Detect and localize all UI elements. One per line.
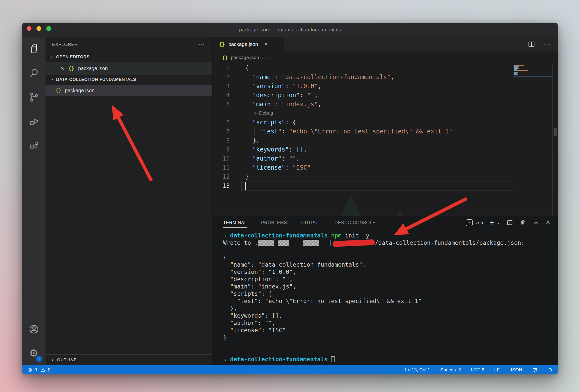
account-button[interactable] [22,317,46,341]
code-line: 8 }, [213,136,558,145]
line-number: 10 [213,154,232,163]
line-number: 7 [213,127,232,136]
feedback-icon[interactable] [532,367,537,373]
code-line: 2 "name": "data-collection-fundamentals"… [213,73,558,82]
split-terminal-icon[interactable] [507,219,513,226]
error-icon [27,367,32,373]
tab-package-json[interactable]: {} package.json ✕ [213,37,284,52]
open-editor-label: package.json [78,66,108,71]
code-line: 10 "author": "", [213,154,558,163]
chevron-up-icon[interactable] [533,219,539,226]
bell-icon[interactable] [548,367,553,373]
json-file-icon: {} [68,66,74,71]
breadcrumb-more[interactable]: … [267,55,271,60]
close-editor-icon[interactable]: ✕ [60,65,64,71]
line-number: 13 [213,181,232,190]
folder-section[interactable]: DATA-COLLECTION-FUNDAMENTALS [46,75,212,85]
activity-explorer[interactable] [22,37,46,61]
terminal-line: "license": "ISC" [223,327,558,334]
status-item[interactable]: UTF-8 [471,367,484,373]
trash-icon[interactable] [520,219,526,226]
redaction-block [303,240,319,246]
search-icon [28,68,39,79]
breadcrumb-chevron-icon: › [262,55,264,60]
window-title: package.json — data-collection-fundament… [239,27,341,33]
problems-indicator[interactable]: 0 0 [27,367,51,373]
warning-count: 0 [48,367,50,373]
code-line: 3 "version": "1.0.0", [213,82,558,91]
activity-source-control[interactable] [22,85,46,109]
explorer-more-actions[interactable]: ⋯ [198,41,205,48]
code-line: 6 "scripts": { [213,118,558,127]
panel-header: TERMINALPROBLEMSOUTPUTDEBUG CONSOLE › zs… [213,216,558,229]
editor-scrollbar-thumb[interactable] [554,128,557,136]
activity-extensions[interactable] [22,133,46,158]
minimap[interactable] [513,64,553,77]
new-terminal-button[interactable]: + [489,219,494,227]
indent-guide [247,73,247,172]
code-line: 9 "keywords": [], [213,145,558,154]
code-line: 11 "license": "ISC" [213,163,558,172]
panel-tab-output[interactable]: OUTPUT [301,216,321,229]
status-item[interactable]: LF [494,367,500,373]
breadcrumb-file[interactable]: package.json [231,55,259,60]
terminal-line: "main": "index.js", [223,283,558,290]
terminal-line: { [223,254,558,261]
terminal-dropdown-icon[interactable]: ⌄ [497,220,500,225]
code-line: 4 "description": "", [213,91,558,100]
open-editor-package-json[interactable]: ✕ {} package.json [46,62,212,75]
file-package-json[interactable]: {} package.json [46,85,212,96]
run-and-debug-icon [28,116,39,127]
panel-tab-debug-console[interactable]: DEBUG CONSOLE [335,216,376,229]
code-line: 1{ [213,64,558,73]
editor-area: {} package.json ✕ ⋯ {} package.json › … [213,37,558,365]
terminal-line: → data-collection-fundamentals [223,356,558,363]
extensions-icon [28,140,39,151]
activity-run-debug[interactable] [22,109,46,133]
zoom-window-button[interactable] [46,26,51,31]
terminal-cursor [331,356,335,362]
code-line: 7 "test": "echo \"Error: no test specifi… [213,127,558,136]
status-bar: 0 0 Ln 13, Col 1Spaces: 2UTF-8LFJSON [22,365,558,374]
redaction-block [278,240,289,246]
activity-search[interactable] [22,61,46,85]
code-editor[interactable]: 1{2 "name": "data-collection-fundamental… [213,64,558,216]
indent-guide [254,127,255,136]
warning-icon [40,367,46,373]
tab-label: package.json [228,41,258,47]
editor-more-actions[interactable]: ⋯ [544,40,551,48]
settings-button[interactable]: ⚙ 1 [22,341,46,365]
code-line: 5 "main": "index.js", [213,100,558,109]
open-editors-section[interactable]: OPEN EDITORS [46,52,212,62]
vscode-window: package.json — data-collection-fundament… [22,23,558,374]
status-item[interactable]: JSON [510,367,522,373]
status-item[interactable]: Ln 13, Col 1 [405,367,430,373]
minimap-border [552,64,553,216]
terminal-line: "test": "echo \"Error: no test specified… [223,298,558,305]
tab-close-icon[interactable]: ✕ [264,41,268,47]
json-file-icon: {} [219,41,225,47]
panel-tab-terminal[interactable]: TERMINAL [223,216,247,229]
launch-terminal-icon[interactable]: › [466,219,473,226]
file-label: package.json [65,88,95,93]
code-line: 12} [213,172,558,181]
split-editor-icon[interactable] [528,40,535,48]
terminal-line: → data-collection-fundamentals npm init … [223,232,558,239]
line-number: 1 [213,64,232,73]
terminal-line [223,341,558,349]
panel-tab-problems[interactable]: PROBLEMS [261,216,287,229]
status-item[interactable]: Spaces: 2 [440,367,461,373]
line-number: 3 [213,82,232,91]
terminal-output[interactable]: → data-collection-fundamentals npm init … [213,229,558,363]
codelens-debug[interactable]: ▷ Debug [254,109,558,118]
redaction-block [258,240,274,246]
close-window-button[interactable] [27,26,31,31]
activity-bar: ⚙ 1 [22,37,46,365]
breadcrumb[interactable]: {} package.json › … [213,52,558,64]
outline-section[interactable]: OUTLINE [46,354,212,365]
shell-label: zsh [476,220,483,225]
source-control-icon [28,92,39,103]
terminal-line: Wrote to , |/data-collection-fundamental… [223,239,558,247]
close-panel-icon[interactable]: ✕ [546,219,550,226]
minimize-window-button[interactable] [36,26,41,31]
